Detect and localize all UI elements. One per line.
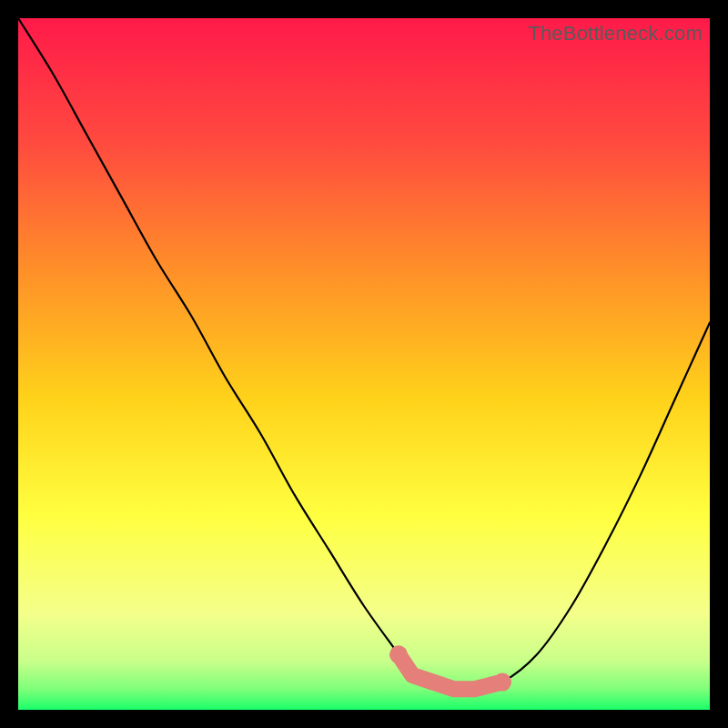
chart-svg: [18, 18, 710, 710]
marker-end-dot: [389, 645, 408, 663]
marker-end-dot: [493, 673, 511, 692]
chart-frame: TheBottleneck.com: [18, 18, 710, 710]
watermark-text: TheBottleneck.com: [528, 22, 703, 46]
